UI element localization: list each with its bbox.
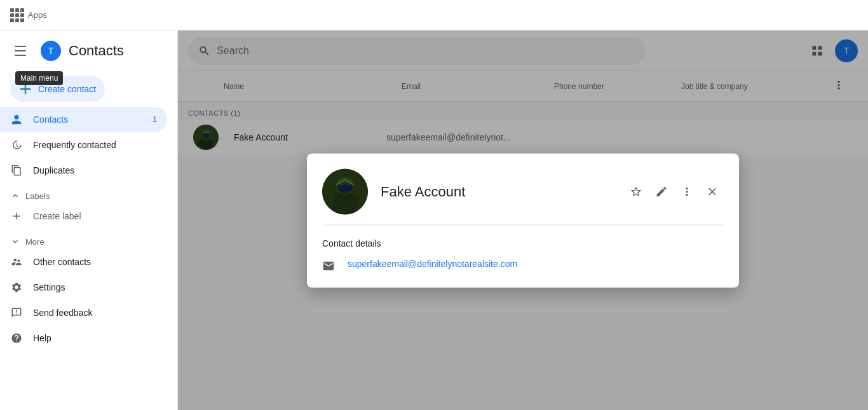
help-icon bbox=[10, 332, 23, 345]
apps-button[interactable]: Apps bbox=[5, 4, 52, 26]
history-icon bbox=[10, 139, 23, 151]
modal-contact-avatar bbox=[322, 168, 368, 214]
edit-icon bbox=[655, 185, 668, 198]
sidebar-item-help[interactable]: Help bbox=[0, 325, 167, 351]
contacts-icon bbox=[10, 113, 23, 126]
create-label-item[interactable]: Create label bbox=[0, 203, 167, 229]
contact-detail-modal: Fake Account bbox=[307, 153, 739, 287]
sidebar-item-send-feedback[interactable]: Send feedback bbox=[0, 300, 167, 325]
feedback-icon bbox=[10, 306, 23, 319]
email-value: superfakeemail@definitelynotarealsite.co… bbox=[348, 258, 517, 268]
sidebar-item-contacts[interactable]: Contacts 1 bbox=[0, 107, 167, 132]
more-section[interactable]: More bbox=[0, 229, 177, 249]
labels-section[interactable]: Labels bbox=[0, 183, 177, 203]
apps-grid-icon bbox=[10, 8, 24, 22]
chevron-up-icon bbox=[10, 191, 20, 201]
close-button[interactable] bbox=[701, 180, 724, 203]
create-contact-label: Create contact bbox=[38, 84, 96, 94]
contacts-nav-label: Contacts bbox=[33, 114, 68, 125]
star-icon bbox=[630, 185, 642, 198]
modal-avatar-image bbox=[322, 168, 368, 214]
more-options-button[interactable] bbox=[675, 180, 698, 203]
close-icon bbox=[706, 185, 719, 198]
apps-label: Apps bbox=[28, 10, 47, 20]
frequently-contacted-label: Frequently contacted bbox=[33, 140, 116, 150]
sidebar-item-settings[interactable]: Settings bbox=[0, 275, 167, 300]
contacts-nav-badge: 1 bbox=[153, 115, 157, 124]
modal-actions bbox=[625, 180, 724, 203]
contact-details-title: Contact details bbox=[322, 238, 724, 248]
settings-label: Settings bbox=[33, 282, 65, 292]
top-bar: Apps bbox=[0, 0, 868, 31]
star-button[interactable] bbox=[625, 180, 648, 203]
sidebar-header: Main menu T Contacts bbox=[0, 31, 177, 71]
hamburger-icon bbox=[15, 46, 26, 56]
more-vert-icon bbox=[681, 185, 693, 198]
other-contacts-label: Other contacts bbox=[33, 257, 91, 267]
modal-body: Contact details superfakeemail@definitel… bbox=[307, 225, 739, 287]
other-contacts-icon bbox=[10, 256, 23, 268]
email-detail-row: superfakeemail@definitelynotarealsite.co… bbox=[322, 258, 724, 272]
main-content: T Name Email Phone number Job title & co… bbox=[178, 31, 868, 410]
create-label-label: Create label bbox=[33, 211, 81, 221]
duplicates-icon bbox=[10, 164, 23, 177]
app-title: Contacts bbox=[69, 43, 124, 59]
sidebar-item-other-contacts[interactable]: Other contacts bbox=[0, 249, 167, 275]
add-icon bbox=[10, 210, 23, 222]
duplicates-label: Duplicates bbox=[33, 165, 74, 175]
help-label: Help bbox=[33, 333, 51, 343]
settings-icon bbox=[10, 281, 23, 294]
main-menu-tooltip: Main menu bbox=[15, 71, 63, 85]
modal-contact-name: Fake Account bbox=[381, 183, 612, 200]
send-feedback-label: Send feedback bbox=[33, 308, 92, 318]
user-avatar[interactable]: T bbox=[41, 41, 61, 61]
main-layout: Main menu T Contacts Create contact Cont… bbox=[0, 31, 868, 410]
modal-header: Fake Account bbox=[307, 153, 739, 224]
chevron-down-icon bbox=[10, 236, 20, 247]
sidebar-item-duplicates[interactable]: Duplicates bbox=[0, 158, 167, 183]
sidebar: Main menu T Contacts Create contact Cont… bbox=[0, 31, 178, 410]
hamburger-button[interactable] bbox=[8, 38, 33, 64]
sidebar-item-frequently-contacted[interactable]: Frequently contacted bbox=[0, 132, 167, 158]
email-icon bbox=[322, 259, 335, 272]
edit-button[interactable] bbox=[650, 180, 673, 203]
